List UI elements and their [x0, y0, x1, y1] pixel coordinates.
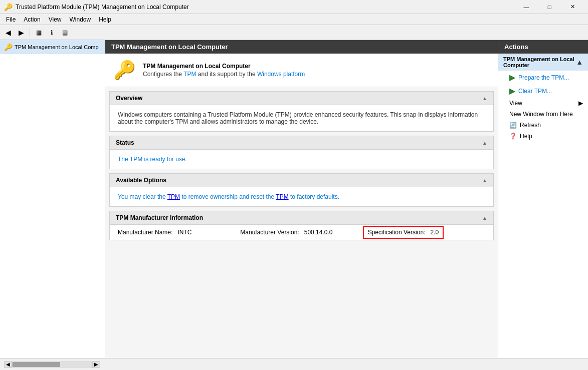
- clear-tpm-link[interactable]: TPM: [167, 193, 180, 200]
- tpm-link[interactable]: TPM: [183, 71, 196, 78]
- toolbar-separator-1: [30, 28, 30, 37]
- section-status: Status ▲ The TPM is ready for use.: [109, 136, 494, 169]
- status-collapse-btn[interactable]: ▲: [482, 140, 487, 146]
- forward-button[interactable]: ▶: [15, 27, 27, 38]
- horizontal-scrollbar[interactable]: [12, 361, 92, 367]
- options-text: You may clear the TPM to remove ownershi…: [118, 193, 339, 200]
- refresh-icon: 🔄: [509, 122, 517, 129]
- manufacturer-name: Manufacturer Name: INTC: [118, 229, 240, 236]
- app-title: TPM Management on Local Computer: [143, 63, 305, 70]
- action-view[interactable]: View ▶: [498, 98, 588, 109]
- menu-help[interactable]: Help: [95, 15, 115, 24]
- main-layout: 🔑 TPM Management on Local Comp TPM Manag…: [0, 40, 588, 358]
- manufacturer-row: Manufacturer Name: INTC Manufacturer Ver…: [110, 225, 493, 240]
- options-collapse-btn[interactable]: ▲: [482, 178, 487, 183]
- title-bar: 🔑 Trusted Platform Module (TPM) Manageme…: [0, 0, 588, 14]
- app-info-text: TPM Management on Local Computer Configu…: [143, 63, 305, 78]
- minimize-button[interactable]: —: [515, 0, 538, 14]
- status-text: The TPM is ready for use.: [118, 156, 187, 163]
- nav-item-tpm[interactable]: 🔑 TPM Management on Local Comp: [0, 40, 105, 54]
- spec-version-box: Specification Version: 2.0: [363, 226, 444, 239]
- content-area: TPM Management on Local Computer 🔑 TPM M…: [105, 40, 498, 358]
- section-overview: Overview ▲ Windows computers containing …: [109, 91, 494, 132]
- menu-window[interactable]: Window: [66, 15, 95, 24]
- manufacturer-collapse-btn[interactable]: ▲: [482, 215, 487, 221]
- overview-collapse-btn[interactable]: ▲: [482, 96, 487, 101]
- action-clear[interactable]: ▶ Clear TPM...: [498, 84, 588, 98]
- action-refresh[interactable]: 🔄 Refresh: [498, 120, 588, 131]
- actions-pane: Actions TPM Management on Local Computer…: [498, 40, 588, 358]
- back-button[interactable]: ◀: [2, 27, 14, 38]
- scroll-left-button[interactable]: ◀: [4, 361, 12, 368]
- tpm-icon: 🔑: [113, 60, 136, 81]
- app-icon: 🔑: [4, 3, 13, 11]
- help-icon: ❓: [509, 133, 517, 140]
- show-hide-button[interactable]: ▦: [33, 27, 45, 38]
- actions-section-header[interactable]: TPM Management on Local Computer ▲: [498, 54, 588, 71]
- window-title: Trusted Platform Module (TPM) Management…: [16, 4, 189, 11]
- menu-view[interactable]: View: [45, 15, 66, 24]
- action-prepare[interactable]: ▶ Prepare the TPM...: [498, 71, 588, 84]
- toolbar: ◀ ▶ ▦ ℹ ▤: [0, 25, 588, 40]
- nav-pane: 🔑 TPM Management on Local Comp: [0, 40, 105, 358]
- app-info: 🔑 TPM Management on Local Computer Confi…: [105, 54, 498, 87]
- menu-bar: File Action View Window Help: [0, 14, 588, 25]
- window-controls: — □ ✕: [515, 0, 584, 14]
- close-button[interactable]: ✕: [561, 0, 584, 14]
- nav-item-icon: 🔑: [4, 43, 13, 51]
- section-manufacturer: TPM Manufacturer Information ▲ Manufactu…: [109, 211, 494, 240]
- status-bar: ◀ ▶: [0, 358, 588, 370]
- section-options-body: You may clear the TPM to remove ownershi…: [110, 187, 493, 206]
- prepare-icon: ▶: [509, 73, 515, 82]
- menu-action[interactable]: Action: [20, 15, 44, 24]
- maximize-button[interactable]: □: [538, 0, 561, 14]
- action-new-window[interactable]: New Window from Here: [498, 109, 588, 120]
- content-header: TPM Management on Local Computer: [105, 40, 498, 54]
- clear-icon: ▶: [509, 86, 515, 96]
- actions-header: Actions: [498, 40, 588, 54]
- windows-link[interactable]: Windows platform: [257, 71, 305, 78]
- manufacturer-version: Manufacturer Version: 500.14.0.0: [240, 229, 362, 236]
- section-options-header[interactable]: Available Options ▲: [110, 174, 493, 187]
- menu-file[interactable]: File: [2, 15, 20, 24]
- view-arrow-icon: ▶: [578, 100, 583, 107]
- section-status-body: The TPM is ready for use.: [110, 150, 493, 169]
- scrollbar-thumb: [13, 362, 60, 367]
- spec-version: Specification Version: 2.0: [363, 229, 485, 236]
- app-subtitle: Configures the TPM and its support by th…: [143, 71, 305, 78]
- scrollbar-area: ◀ ▶: [4, 361, 584, 368]
- scroll-right-button[interactable]: ▶: [92, 361, 100, 368]
- action-help[interactable]: ❓ Help: [498, 131, 588, 142]
- properties-button[interactable]: ℹ: [46, 27, 58, 38]
- nav-item-label: TPM Management on Local Comp: [15, 44, 99, 50]
- section-overview-body: Windows computers containing a Trusted P…: [110, 105, 493, 131]
- actions-section-arrow: ▲: [576, 58, 583, 66]
- up-button[interactable]: ▤: [59, 27, 71, 38]
- section-available-options: Available Options ▲ You may clear the TP…: [109, 173, 494, 207]
- reset-tpm-link[interactable]: TPM: [276, 193, 288, 200]
- section-status-header[interactable]: Status ▲: [110, 136, 493, 150]
- section-overview-header[interactable]: Overview ▲: [110, 92, 493, 105]
- section-manufacturer-header[interactable]: TPM Manufacturer Information ▲: [110, 211, 493, 225]
